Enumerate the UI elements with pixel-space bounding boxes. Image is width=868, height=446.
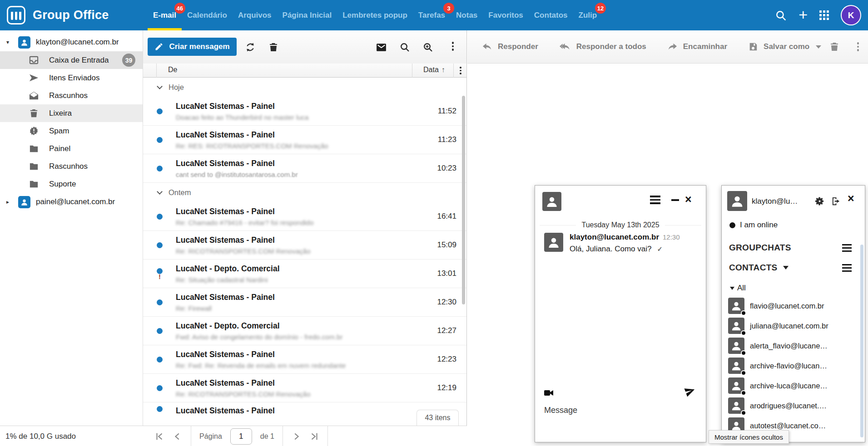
mail-time: 15:09: [424, 240, 456, 250]
refresh-icon[interactable]: [245, 42, 256, 53]
search-icon[interactable]: [775, 10, 787, 21]
tab-tarefas[interactable]: Tarefas3: [418, 0, 445, 30]
delete-message-icon[interactable]: [829, 41, 840, 52]
delete-icon[interactable]: [268, 42, 279, 53]
tab-calendario[interactable]: Calendário: [187, 0, 227, 30]
video-call-icon[interactable]: [543, 387, 554, 398]
tab-notas[interactable]: Notas: [456, 0, 477, 30]
reading-pane-toolbar: Responder Responder a todos Encaminhar S…: [467, 30, 868, 64]
mail-list-item[interactable]: LucaNet Sistemas - PainelRe: Firewall 12…: [143, 288, 466, 317]
account-icon: [18, 36, 30, 49]
sidebar-item-rascunhos2[interactable]: Rascunhos: [0, 157, 143, 175]
add-icon[interactable]: +: [799, 7, 808, 22]
account-klayton[interactable]: ▾ klayton@lucanet.com.br: [0, 33, 143, 51]
next-page-button[interactable]: [291, 431, 301, 441]
tab-arquivos[interactable]: Arquivos: [238, 0, 272, 30]
bottom-bar: 1% de 10,0 G usado Página de 1: [0, 426, 467, 446]
tab-zulip[interactable]: Zulip12: [579, 0, 597, 30]
folder-icon: [29, 161, 39, 172]
group-header-hoje[interactable]: Hoje: [143, 78, 466, 97]
zoom-in-icon[interactable]: [422, 42, 433, 53]
mail-subject: Re: RES: RICOTRANSPORTES.COM Renovação: [176, 142, 419, 150]
chat-menu-icon[interactable]: [650, 196, 660, 204]
taskbar-tooltip: Mostrar ícones ocultos: [709, 430, 789, 444]
group-header-ontem[interactable]: Ontem: [143, 183, 466, 202]
sidebar-item-drafts[interactable]: Rascunhos: [0, 87, 143, 104]
contact-item[interactable]: flavio@lucanet.com.br: [722, 296, 865, 316]
message-options-icon[interactable]: [857, 42, 859, 51]
list-scrollbar[interactable]: [462, 96, 465, 304]
mail-subject: Re: Chamado #79416 - evitar? foi respond…: [176, 219, 419, 226]
mail-list-item[interactable]: LucaNet Sistemas - PainelRe: Fwd: Re: Re…: [143, 345, 466, 374]
sent-icon: [29, 73, 39, 83]
contacts-scrollbar[interactable]: [860, 245, 863, 437]
collapse-caret-icon[interactable]: ▾: [6, 39, 13, 45]
column-from[interactable]: De: [168, 66, 177, 74]
search-mail-icon[interactable]: [399, 42, 410, 53]
contacts-user-avatar: [727, 191, 747, 211]
mail-sender: LucaNet Sistemas - Painel: [176, 159, 419, 168]
tab-email[interactable]: E-mail46: [153, 0, 176, 30]
contact-item[interactable]: archive-luca@lucane…: [722, 376, 865, 396]
last-page-button[interactable]: [309, 431, 319, 441]
tab-contatos[interactable]: Contatos: [534, 0, 568, 30]
message-avatar: [544, 233, 563, 252]
save-as-button[interactable]: Salvar como: [748, 42, 821, 52]
presence-status[interactable]: I am online: [729, 221, 778, 230]
contact-item[interactable]: archive-flavio@lucan…: [722, 356, 865, 376]
mail-time: 10:23: [424, 164, 456, 173]
presence-dot: [741, 370, 746, 376]
close-icon[interactable]: ×: [685, 194, 692, 205]
column-options-icon[interactable]: [460, 67, 461, 74]
unread-filter-icon[interactable]: [376, 42, 387, 53]
gear-icon[interactable]: [814, 196, 825, 206]
mail-list-item[interactable]: LucaNet - Depto. ComercialFwd: Aviso de …: [143, 317, 466, 345]
tab-favoritos[interactable]: Favoritos: [488, 0, 523, 30]
more-options-icon[interactable]: [447, 42, 458, 53]
mail-list-item[interactable]: LucaNet Sistemas - PainelRe: RICOTRANSPO…: [143, 231, 466, 260]
reply-button[interactable]: Responder: [482, 42, 538, 52]
mail-list-item[interactable]: LucaNet Sistemas - PainelRe: RICOTRANSPO…: [143, 374, 466, 402]
account-painel[interactable]: ▸ painel@lucanet.com.br: [0, 193, 143, 211]
contact-item[interactable]: alerta_flavio@lucane…: [722, 336, 865, 356]
close-icon[interactable]: ×: [848, 193, 854, 204]
logout-icon[interactable]: [831, 196, 841, 206]
mail-list-item[interactable]: ! LucaNet - Depto. ComercialRe: Situação…: [143, 260, 466, 288]
sidebar-item-painel[interactable]: Painel: [0, 140, 143, 157]
contact-item[interactable]: arodrigues@lucanet.…: [722, 396, 865, 416]
chat-message-input[interactable]: Message: [544, 406, 577, 415]
sidebar-item-suporte[interactable]: Suporte: [0, 175, 143, 193]
sidebar-item-inbox[interactable]: Caixa de Entrada 39: [0, 51, 143, 69]
apps-grid-icon[interactable]: [819, 10, 829, 20]
expand-caret-icon[interactable]: ▸: [6, 199, 13, 205]
column-date[interactable]: Data↑: [423, 66, 445, 74]
minimize-icon[interactable]: [671, 199, 679, 201]
forward-button[interactable]: Encaminhar: [667, 42, 727, 52]
contacts-menu-icon[interactable]: [842, 264, 852, 272]
mail-sender: LucaNet Sistemas - Painel: [176, 350, 419, 359]
tab-lembretes-popup[interactable]: Lembretes popup: [342, 0, 407, 30]
mail-list-item[interactable]: LucaNet Sistemas - PainelDoacao feito ao…: [143, 97, 466, 126]
sidebar-item-trash[interactable]: Lixeira: [0, 104, 143, 122]
mail-list-item[interactable]: LucaNet Sistemas - PainelRe: Chamado #79…: [143, 202, 466, 231]
contact-item[interactable]: juliana@lucanet.com.br: [722, 316, 865, 336]
compose-button[interactable]: Criar mensagem: [148, 38, 237, 56]
user-avatar[interactable]: K: [841, 5, 861, 25]
send-icon[interactable]: [684, 385, 696, 397]
mail-list-item[interactable]: LucaNet Sistemas - Painelcant send to @i…: [143, 154, 466, 183]
sidebar-item-sent[interactable]: Itens Enviados: [0, 69, 143, 87]
reply-all-button[interactable]: Responder a todos: [559, 42, 646, 52]
groupchats-section: GROUPCHATS: [729, 243, 852, 253]
chevron-down-icon[interactable]: [783, 266, 789, 270]
mail-time: 11:52: [424, 107, 456, 116]
groupchats-menu-icon[interactable]: [842, 244, 852, 252]
first-page-button[interactable]: [154, 431, 164, 441]
mail-sender: LucaNet Sistemas - Painel: [176, 235, 419, 245]
page-number-input[interactable]: [230, 428, 252, 445]
contacts-group-all[interactable]: All: [730, 284, 746, 293]
prev-page-button[interactable]: [173, 431, 183, 441]
mail-list-item[interactable]: LucaNet Sistemas - PainelRe: RES: RICOTR…: [143, 126, 466, 154]
mail-subject: cant send to @institutosantarosa.com.br: [176, 171, 419, 178]
sidebar-item-spam[interactable]: Spam: [0, 122, 143, 140]
tab-pagina-inicial[interactable]: Página Inicial: [283, 0, 332, 30]
